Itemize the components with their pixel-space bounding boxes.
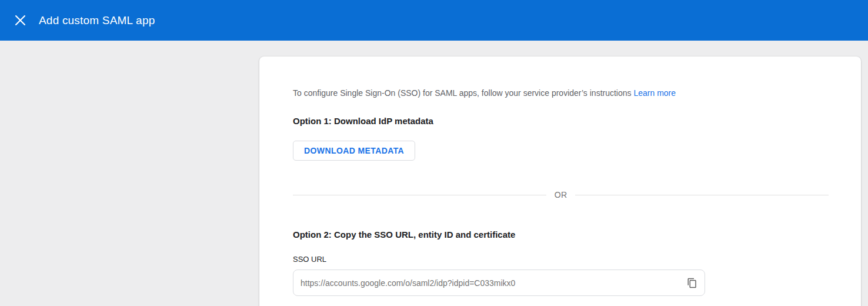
sso-url-label: SSO URL (293, 255, 828, 264)
download-metadata-button[interactable]: DOWNLOAD METADATA (293, 141, 415, 161)
sso-url-field (293, 270, 705, 296)
divider-line-left (293, 195, 546, 195)
copy-button[interactable] (680, 270, 705, 295)
option2-heading: Option 2: Copy the SSO URL, entity ID an… (293, 230, 828, 240)
intro-text: To configure Single Sign-On (SSO) for SA… (293, 88, 632, 98)
copy-icon (687, 278, 697, 288)
close-icon (15, 15, 26, 26)
page-background: To configure Single Sign-On (SSO) for SA… (0, 41, 868, 306)
learn-more-link[interactable]: Learn more (633, 88, 676, 98)
option1-heading: Option 1: Download IdP metadata (293, 116, 828, 127)
saml-config-card: To configure Single Sign-On (SSO) for SA… (259, 56, 861, 306)
or-divider: OR (293, 189, 829, 201)
intro-paragraph: To configure Single Sign-On (SSO) for SA… (293, 87, 828, 99)
sso-url-input[interactable] (293, 270, 680, 295)
divider-line-right (575, 195, 829, 195)
dialog-title: Add custom SAML app (39, 14, 155, 27)
dialog-header: Add custom SAML app (0, 0, 868, 41)
or-label: OR (546, 190, 576, 199)
close-button[interactable] (13, 14, 27, 28)
